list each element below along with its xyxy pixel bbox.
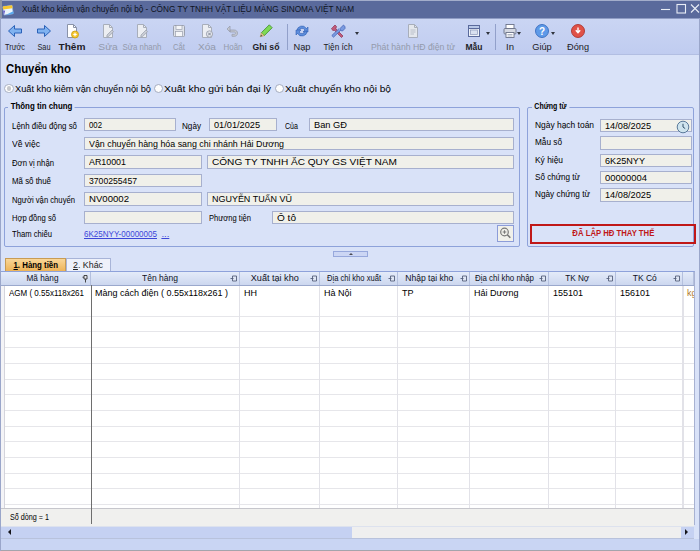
svg-text:?: ? [539, 26, 545, 37]
